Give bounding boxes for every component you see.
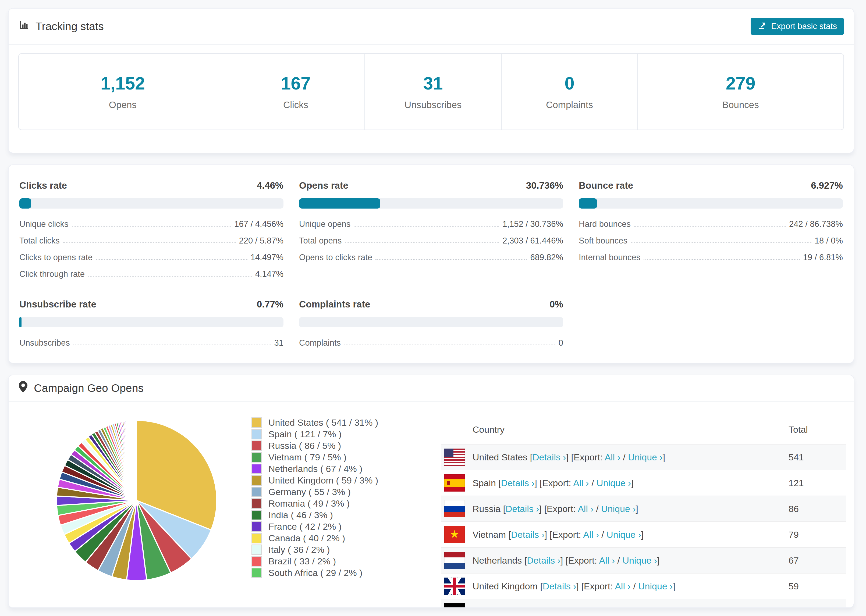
legend-item-romania[interactable]: Romania ( 49 / 3% ) [252,498,378,509]
legend-item-united-states[interactable]: United States ( 541 / 31% ) [252,417,378,428]
details-link[interactable]: Details › [501,478,535,488]
legend-item-germany[interactable]: Germany ( 55 / 3% ) [252,486,378,498]
export-unique-link[interactable]: Unique › [601,504,636,514]
page-title: Tracking stats [19,20,104,33]
country-name: Spain [472,478,498,488]
export-all-link[interactable]: All › [578,504,594,514]
details-link[interactable]: Details › [515,607,549,608]
rate-head: Opens rate 30.736% [299,180,563,191]
rate-line-label: Unique clicks [19,219,69,229]
stat-value: 279 [726,73,756,94]
legend-item-united-kingdom[interactable]: United Kingdom ( 59 / 3% ) [252,475,378,486]
export-unique-link[interactable]: Unique › [638,581,673,591]
rate-line: Unique opens 1,152 / 30.736% [299,219,563,229]
legend-item-canada[interactable]: Canada ( 40 / 2% ) [252,533,378,544]
legend-item-india[interactable]: India ( 46 / 3% ) [252,509,378,521]
rate-rows: Unsubscribes 31 [19,338,283,348]
stat-value: 0 [565,73,575,94]
rate-line-label: Unsubscribes [19,338,70,348]
geo-pie-legend: United States ( 541 / 31% ) Spain ( 121 … [252,417,378,579]
legend-item-netherlands[interactable]: Netherlands ( 67 / 4% ) [252,463,378,475]
export-unique-link[interactable]: Unique › [628,452,663,462]
geo-table-header: Country Total [441,415,846,444]
legend-item-russia[interactable]: Russia ( 86 / 5% ) [252,440,378,451]
country-links: [Details ›] [Export: All › / Unique ›] [524,555,660,566]
stat-label: Unsubscribes [405,99,461,110]
rate-line-value: 14.497% [251,253,283,262]
details-link[interactable]: Details › [543,581,576,591]
legend-item-italy[interactable]: Italy ( 36 / 2% ) [252,544,378,556]
country-name: United States [472,452,530,462]
rate-line-label: Hard bounces [579,219,631,229]
rate-line: Soft bounces 18 / 0% [579,236,843,246]
stat-label: Bounces [723,99,759,110]
rate-line-label: Opens to clicks rate [299,253,372,262]
rate-line: Hard bounces 242 / 86.738% [579,219,843,229]
legend-swatch [252,429,262,439]
dotted-leader [72,226,231,226]
country-cell: Netherlands [Details ›] [Export: All › /… [441,552,789,569]
geo-pie-chart [50,415,223,586]
flag-icon-ru [444,500,465,517]
rate-title: Unsubscribe rate [19,299,96,310]
legend-label: Russia ( 86 / 5% ) [268,440,341,451]
country-name: Netherlands [472,555,524,566]
legend-label: Brazil ( 33 / 2% ) [268,556,336,567]
table-row-germany: Germany [Details ›] [Export: All › / Uni… [441,599,846,608]
rate-line: Unique clicks 167 / 4.456% [19,219,283,229]
flag-icon-nl [444,552,465,569]
legend-item-spain[interactable]: Spain ( 121 / 7% ) [252,428,378,440]
rate-line-value: 4.147% [255,269,283,279]
legend-item-france[interactable]: France ( 42 / 2% ) [252,521,378,533]
progress-bar-track [299,317,563,327]
rate-head: Unsubscribe rate 0.77% [19,299,283,310]
export-all-link[interactable]: All › [583,530,599,540]
geo-opens-header: Campaign Geo Opens [9,375,853,402]
export-all-link[interactable]: All › [587,607,603,608]
tracking-stats-header: Tracking stats Export basic stats [9,9,853,45]
details-link[interactable]: Details › [532,452,566,462]
table-row-netherlands: Netherlands [Details ›] [Export: All › /… [441,547,846,573]
export-all-link[interactable]: All › [599,555,615,566]
total-cell: 55 [789,607,846,608]
country-links: [Details ›] [Export: All › / Unique ›] [498,478,634,488]
export-basic-stats-button[interactable]: Export basic stats [751,18,844,35]
export-unique-link[interactable]: Unique › [597,478,631,488]
legend-label: Germany ( 55 / 3% ) [268,487,351,497]
export-all-link[interactable]: All › [605,452,620,462]
export-all-link[interactable]: All › [573,478,589,488]
dotted-leader [631,242,811,243]
country-name: Russia [472,504,503,514]
rate-line-value: 242 / 86.738% [789,219,843,229]
export-all-link[interactable]: All › [615,581,631,591]
legend-swatch [252,487,262,497]
export-unique-link[interactable]: Unique › [606,530,641,540]
map-pin-icon [19,381,27,395]
legend-item-south-africa[interactable]: South Africa ( 29 / 2% ) [252,567,378,579]
details-link[interactable]: Details › [505,504,539,514]
export-unique-link[interactable]: Unique › [611,607,646,608]
export-icon [757,21,767,32]
details-link[interactable]: Details › [527,555,561,566]
legend-item-brazil[interactable]: Brazil ( 33 / 2% ) [252,556,378,567]
table-row-spain: Spain [Details ›] [Export: All › / Uniqu… [441,470,846,496]
legend-label: Spain ( 121 / 7% ) [268,429,342,439]
legend-swatch [252,510,262,520]
legend-label: South Africa ( 29 / 2% ) [268,567,362,578]
dotted-leader [73,344,271,345]
rate-line: Clicks to opens rate 14.497% [19,253,283,262]
rate-line-value: 19 / 6.81% [803,253,843,262]
legend-swatch [252,452,262,462]
stat-box-opens: 1,152 Opens [19,54,227,130]
export-unique-link[interactable]: Unique › [622,555,657,566]
country-links: [Details ›] [Export: All › / Unique ›] [509,530,644,540]
progress-bar-fill [19,198,31,209]
details-link[interactable]: Details › [511,530,545,540]
legend-item-vietnam[interactable]: Vietnam ( 79 / 5% ) [252,451,378,463]
rate-line-value: 0 [559,338,563,348]
rate-line-value: 18 / 0% [815,236,843,246]
rate-line-label: Total opens [299,236,342,246]
dotted-leader [375,259,527,260]
stat-label: Opens [109,99,137,110]
rate-title: Bounce rate [579,180,633,191]
